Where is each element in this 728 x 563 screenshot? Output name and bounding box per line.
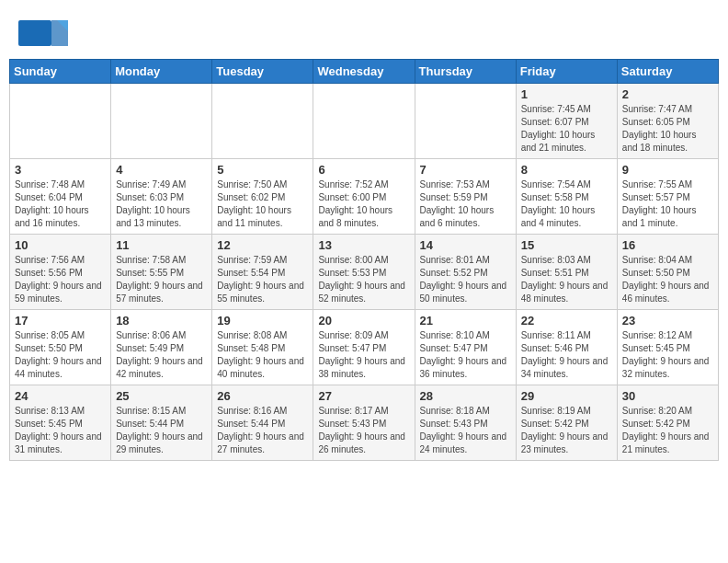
calendar-cell: 9Sunrise: 7:55 AM Sunset: 5:57 PM Daylig… <box>617 159 718 235</box>
calendar-cell: 17Sunrise: 8:05 AM Sunset: 5:50 PM Dayli… <box>10 310 111 385</box>
day-number: 29 <box>521 389 612 403</box>
calendar-body: 1Sunrise: 7:45 AM Sunset: 6:07 PM Daylig… <box>10 84 719 461</box>
day-number: 17 <box>15 314 106 327</box>
calendar-cell: 3Sunrise: 7:48 AM Sunset: 6:04 PM Daylig… <box>10 159 111 235</box>
day-info: Sunrise: 8:00 AM Sunset: 5:53 PM Dayligh… <box>318 254 409 305</box>
day-info: Sunrise: 7:49 AM Sunset: 6:03 PM Dayligh… <box>116 178 207 230</box>
day-info: Sunrise: 7:56 AM Sunset: 5:56 PM Dayligh… <box>15 254 106 305</box>
day-number: 4 <box>116 163 207 177</box>
day-number: 16 <box>622 238 713 252</box>
calendar-cell: 14Sunrise: 8:01 AM Sunset: 5:52 PM Dayli… <box>415 235 516 310</box>
day-info: Sunrise: 8:18 AM Sunset: 5:43 PM Dayligh… <box>420 405 511 456</box>
weekday-header: Thursday <box>415 60 516 84</box>
day-number: 24 <box>15 389 106 403</box>
calendar-cell: 20Sunrise: 8:09 AM Sunset: 5:47 PM Dayli… <box>313 310 415 385</box>
calendar-cell: 1Sunrise: 7:45 AM Sunset: 6:07 PM Daylig… <box>516 84 617 159</box>
day-number: 28 <box>420 389 511 403</box>
calendar-cell: 27Sunrise: 8:17 AM Sunset: 5:43 PM Dayli… <box>313 385 415 461</box>
day-number: 22 <box>521 314 612 327</box>
logo <box>18 15 72 52</box>
calendar-cell: 19Sunrise: 8:08 AM Sunset: 5:48 PM Dayli… <box>212 310 313 385</box>
day-info: Sunrise: 8:12 AM Sunset: 5:45 PM Dayligh… <box>622 329 713 381</box>
day-number: 26 <box>217 389 308 403</box>
weekday-header: Tuesday <box>212 60 313 84</box>
day-info: Sunrise: 8:19 AM Sunset: 5:42 PM Dayligh… <box>521 405 612 456</box>
day-number: 25 <box>116 389 207 403</box>
calendar-cell: 22Sunrise: 8:11 AM Sunset: 5:46 PM Dayli… <box>516 310 617 385</box>
day-info: Sunrise: 7:59 AM Sunset: 5:54 PM Dayligh… <box>217 254 308 305</box>
calendar-header: SundayMondayTuesdayWednesdayThursdayFrid… <box>10 60 719 84</box>
day-info: Sunrise: 7:54 AM Sunset: 5:58 PM Dayligh… <box>521 178 612 230</box>
day-info: Sunrise: 7:53 AM Sunset: 5:59 PM Dayligh… <box>420 178 511 230</box>
calendar-cell: 24Sunrise: 8:13 AM Sunset: 5:45 PM Dayli… <box>10 385 111 461</box>
day-number: 12 <box>217 238 308 252</box>
calendar-cell <box>111 84 212 159</box>
calendar-cell <box>212 84 313 159</box>
day-number: 18 <box>116 314 207 327</box>
day-number: 27 <box>318 389 409 403</box>
day-number: 2 <box>622 87 713 101</box>
calendar-cell: 12Sunrise: 7:59 AM Sunset: 5:54 PM Dayli… <box>212 235 313 310</box>
day-number: 5 <box>217 163 308 177</box>
day-info: Sunrise: 8:20 AM Sunset: 5:42 PM Dayligh… <box>622 405 713 456</box>
day-info: Sunrise: 8:16 AM Sunset: 5:44 PM Dayligh… <box>217 405 308 456</box>
day-info: Sunrise: 8:08 AM Sunset: 5:48 PM Dayligh… <box>217 329 308 381</box>
day-number: 15 <box>521 238 612 252</box>
day-info: Sunrise: 8:11 AM Sunset: 5:46 PM Dayligh… <box>521 329 612 381</box>
calendar-cell: 10Sunrise: 7:56 AM Sunset: 5:56 PM Dayli… <box>10 235 111 310</box>
weekday-header: Wednesday <box>313 60 415 84</box>
day-number: 11 <box>116 238 207 252</box>
calendar-cell: 29Sunrise: 8:19 AM Sunset: 5:42 PM Dayli… <box>516 385 617 461</box>
calendar-cell <box>415 84 516 159</box>
day-number: 1 <box>521 87 612 101</box>
day-info: Sunrise: 7:52 AM Sunset: 6:00 PM Dayligh… <box>318 178 409 230</box>
day-info: Sunrise: 7:55 AM Sunset: 5:57 PM Dayligh… <box>622 178 713 230</box>
day-number: 13 <box>318 238 409 252</box>
day-info: Sunrise: 7:50 AM Sunset: 6:02 PM Dayligh… <box>217 178 308 230</box>
calendar-cell: 26Sunrise: 8:16 AM Sunset: 5:44 PM Dayli… <box>212 385 313 461</box>
day-number: 7 <box>420 163 511 177</box>
day-number: 8 <box>521 163 612 177</box>
calendar-cell: 2Sunrise: 7:47 AM Sunset: 6:05 PM Daylig… <box>617 84 718 159</box>
day-number: 20 <box>318 314 409 327</box>
day-info: Sunrise: 8:13 AM Sunset: 5:45 PM Dayligh… <box>15 405 106 456</box>
calendar-cell: 15Sunrise: 8:03 AM Sunset: 5:51 PM Dayli… <box>516 235 617 310</box>
day-info: Sunrise: 8:06 AM Sunset: 5:49 PM Dayligh… <box>116 329 207 381</box>
day-number: 10 <box>15 238 106 252</box>
calendar-table: SundayMondayTuesdayWednesdayThursdayFrid… <box>9 59 719 461</box>
day-number: 9 <box>622 163 713 177</box>
calendar-cell: 5Sunrise: 7:50 AM Sunset: 6:02 PM Daylig… <box>212 159 313 235</box>
weekday-header: Friday <box>516 60 617 84</box>
calendar-cell: 7Sunrise: 7:53 AM Sunset: 5:59 PM Daylig… <box>415 159 516 235</box>
calendar-cell <box>10 84 111 159</box>
day-info: Sunrise: 7:48 AM Sunset: 6:04 PM Dayligh… <box>15 178 106 230</box>
calendar-cell: 25Sunrise: 8:15 AM Sunset: 5:44 PM Dayli… <box>111 385 212 461</box>
day-number: 6 <box>318 163 409 177</box>
day-number: 19 <box>217 314 308 327</box>
day-number: 3 <box>15 163 106 177</box>
calendar-cell: 30Sunrise: 8:20 AM Sunset: 5:42 PM Dayli… <box>617 385 718 461</box>
day-info: Sunrise: 8:03 AM Sunset: 5:51 PM Dayligh… <box>521 254 612 305</box>
calendar-cell: 21Sunrise: 8:10 AM Sunset: 5:47 PM Dayli… <box>415 310 516 385</box>
calendar-cell: 4Sunrise: 7:49 AM Sunset: 6:03 PM Daylig… <box>111 159 212 235</box>
calendar-cell: 16Sunrise: 8:04 AM Sunset: 5:50 PM Dayli… <box>617 235 718 310</box>
day-number: 14 <box>420 238 511 252</box>
day-number: 30 <box>622 389 713 403</box>
calendar-cell: 13Sunrise: 8:00 AM Sunset: 5:53 PM Dayli… <box>313 235 415 310</box>
day-info: Sunrise: 8:05 AM Sunset: 5:50 PM Dayligh… <box>15 329 106 381</box>
day-number: 23 <box>622 314 713 327</box>
calendar-cell: 11Sunrise: 7:58 AM Sunset: 5:55 PM Dayli… <box>111 235 212 310</box>
calendar-cell: 8Sunrise: 7:54 AM Sunset: 5:58 PM Daylig… <box>516 159 617 235</box>
calendar-cell: 18Sunrise: 8:06 AM Sunset: 5:49 PM Dayli… <box>111 310 212 385</box>
page-header <box>0 0 728 59</box>
day-info: Sunrise: 8:17 AM Sunset: 5:43 PM Dayligh… <box>318 405 409 456</box>
day-info: Sunrise: 8:10 AM Sunset: 5:47 PM Dayligh… <box>420 329 511 381</box>
day-info: Sunrise: 7:58 AM Sunset: 5:55 PM Dayligh… <box>116 254 207 305</box>
day-info: Sunrise: 8:15 AM Sunset: 5:44 PM Dayligh… <box>116 405 207 456</box>
weekday-header: Sunday <box>10 60 111 84</box>
calendar-cell: 28Sunrise: 8:18 AM Sunset: 5:43 PM Dayli… <box>415 385 516 461</box>
calendar-cell <box>313 84 415 159</box>
calendar-cell: 6Sunrise: 7:52 AM Sunset: 6:00 PM Daylig… <box>313 159 415 235</box>
day-number: 21 <box>420 314 511 327</box>
day-info: Sunrise: 7:45 AM Sunset: 6:07 PM Dayligh… <box>521 103 612 155</box>
